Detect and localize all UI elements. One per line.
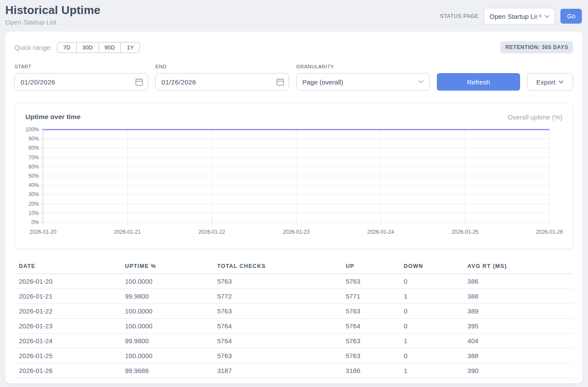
table-cell: 390	[463, 363, 573, 378]
table-cell: 5763	[341, 334, 400, 348]
page-title: Historical Uptime	[5, 4, 100, 17]
start-date-field: START	[14, 64, 148, 91]
quick-range-90d[interactable]: 90D	[99, 42, 121, 53]
granularity-select[interactable]: Page (overall)	[296, 73, 430, 91]
table-cell: 5763	[213, 348, 341, 363]
table-row: 2026-01-23100.0000576457640395	[14, 319, 573, 334]
svg-text:2026-01-21: 2026-01-21	[114, 229, 141, 235]
table-cell: 5763	[213, 304, 341, 319]
table-cell: 2026-01-23	[14, 319, 120, 334]
svg-text:2026-01-24: 2026-01-24	[367, 229, 394, 235]
table-cell: 100.0000	[120, 304, 213, 319]
svg-text:70%: 70%	[28, 155, 39, 161]
table-cell: 100.0000	[120, 274, 213, 289]
main-panel: Quick range: 7D30D90D1Y RETENTION: 365 D…	[5, 32, 583, 383]
chart-legend: Overall uptime (%)	[508, 113, 562, 121]
page-subtitle: Open Startup List	[5, 18, 100, 26]
table-cell: 0	[399, 319, 463, 334]
svg-text:2026-01-22: 2026-01-22	[198, 229, 226, 235]
table-cell: 99.9686	[120, 363, 213, 378]
uptime-chart-card: Uptime over time Overall uptime (%) 0%10…	[14, 103, 573, 249]
table-cell: 5763	[341, 304, 400, 319]
col-header-total-checks: TOTAL CHECKS	[213, 260, 341, 274]
table-cell: 3186	[341, 363, 400, 378]
col-header-down: DOWN	[399, 260, 463, 274]
end-date-label: END	[155, 64, 289, 69]
end-date-input[interactable]	[155, 73, 289, 91]
svg-text:30%: 30%	[28, 191, 39, 197]
table-row: 2026-01-2699.9686318731861390	[14, 363, 573, 378]
title-block: Historical Uptime Open Startup List	[5, 4, 100, 26]
export-button-label: Export	[536, 78, 555, 86]
table-cell: 5763	[341, 274, 400, 289]
uptime-table: DATEUPTIME %TOTAL CHECKSUPDOWNAVG RT (MS…	[14, 260, 573, 378]
table-cell: 5771	[341, 289, 400, 304]
svg-text:2026-01-26: 2026-01-26	[536, 229, 563, 235]
quick-range-label: Quick range:	[14, 44, 52, 51]
table-cell: 386	[463, 274, 573, 289]
quick-range-30d[interactable]: 30D	[76, 42, 99, 53]
table-header-row: DATEUPTIME %TOTAL CHECKSUPDOWNAVG RT (MS…	[14, 260, 573, 274]
table-cell: 404	[463, 334, 573, 348]
table-cell: 99.9800	[120, 289, 213, 304]
chart-header: Uptime over time Overall uptime (%)	[25, 113, 562, 121]
table-cell: 2026-01-26	[14, 363, 120, 378]
status-page-controls: STATUS PAGE Open Startup List × Go	[440, 8, 582, 25]
table-cell: 5764	[213, 319, 341, 334]
svg-text:2026-01-25: 2026-01-25	[452, 229, 479, 235]
quick-range-group: 7D30D90D1Y	[57, 42, 140, 53]
status-page-label: STATUS PAGE	[440, 13, 478, 19]
col-header-date: DATE	[14, 260, 120, 274]
table-cell: 388	[463, 289, 573, 304]
table-cell: 0	[399, 274, 463, 289]
chevron-down-icon	[545, 15, 549, 18]
quick-range-1y[interactable]: 1Y	[120, 42, 140, 53]
table-cell: 1	[399, 289, 463, 304]
svg-text:10%: 10%	[28, 210, 39, 216]
table-cell: 2026-01-20	[14, 274, 120, 289]
granularity-label: GRANULARITY	[296, 64, 430, 69]
svg-text:100%: 100%	[25, 127, 39, 133]
go-button[interactable]: Go	[560, 9, 582, 24]
col-header-up: UP	[341, 260, 400, 274]
svg-text:40%: 40%	[28, 182, 39, 188]
status-page-select[interactable]: Open Startup List ×	[484, 8, 555, 25]
svg-text:2026-01-23: 2026-01-23	[283, 229, 310, 235]
table-cell: 0	[399, 304, 463, 319]
table-row: 2026-01-25100.0000576357630388	[14, 348, 573, 363]
retention-badge: RETENTION: 365 DAYS	[500, 41, 573, 53]
start-date-input[interactable]	[14, 73, 148, 91]
table-row: 2026-01-22100.0000576357630389	[14, 304, 573, 319]
svg-text:50%: 50%	[28, 173, 39, 179]
table-cell: 5763	[213, 274, 341, 289]
table-row: 2026-01-2199.9800577257711388	[14, 289, 573, 304]
table-cell: 389	[463, 304, 573, 319]
uptime-line-chart: 0%10%20%30%40%50%60%70%80%90%100%2026-01…	[25, 126, 563, 239]
granularity-selected-value: Page (overall)	[302, 78, 343, 86]
table-cell: 2026-01-22	[14, 304, 120, 319]
table-cell: 5763	[341, 348, 400, 363]
refresh-button[interactable]: Refresh	[437, 73, 520, 91]
end-date-field: END	[155, 64, 289, 91]
table-row: 2026-01-20100.0000576357630386	[14, 274, 573, 289]
table-cell: 1	[399, 363, 463, 378]
clear-icon[interactable]: ×	[538, 13, 542, 20]
svg-text:60%: 60%	[28, 164, 39, 170]
svg-text:20%: 20%	[28, 201, 39, 207]
chevron-down-icon	[418, 80, 424, 84]
table-cell: 0	[399, 348, 463, 363]
export-button[interactable]: Export	[527, 73, 573, 91]
table-cell: 100.0000	[120, 348, 213, 363]
svg-text:90%: 90%	[28, 136, 39, 142]
table-row: 2026-01-2499.9800576457631404	[14, 334, 573, 348]
col-header-avg-rt-ms: AVG RT (MS)	[463, 260, 573, 274]
table-cell: 99.9800	[120, 334, 213, 348]
col-header-uptime: UPTIME %	[120, 260, 213, 274]
table-cell: 100.0000	[120, 319, 213, 334]
svg-text:80%: 80%	[28, 145, 39, 151]
quick-range-7d[interactable]: 7D	[57, 42, 77, 53]
table-cell: 5764	[213, 334, 341, 348]
start-date-label: START	[14, 64, 148, 69]
table-cell: 5772	[213, 289, 341, 304]
table-cell: 2026-01-25	[14, 348, 120, 363]
